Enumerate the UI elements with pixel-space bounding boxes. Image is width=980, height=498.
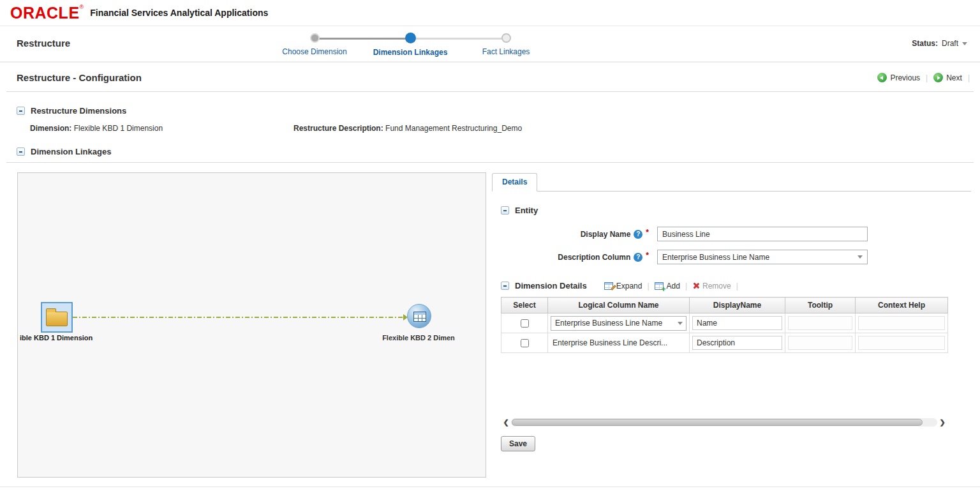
displayname-input[interactable]: Description xyxy=(692,336,782,350)
context-help-input[interactable] xyxy=(858,316,945,330)
tab-bar: Details xyxy=(492,172,971,192)
separator: | xyxy=(647,282,649,290)
displayname-cell: Description xyxy=(690,333,785,353)
separator: | xyxy=(926,73,928,82)
section-title: Dimension Linkages xyxy=(31,147,111,156)
help-icon[interactable]: ? xyxy=(634,253,642,262)
displayname-input[interactable]: Name xyxy=(692,316,782,330)
restructure-dimensions-header: Restructure Dimensions xyxy=(17,106,980,116)
chevron-down-icon xyxy=(962,42,967,45)
status-dropdown[interactable]: Status: Draft xyxy=(912,39,967,48)
dimension-details-header: Dimension Details Expand | + Add | Remov… xyxy=(501,281,954,290)
progress-stepper: Choose Dimension Dimension Linkages Fact… xyxy=(267,32,554,57)
logical-column-select[interactable]: Enterprise Business Line Name xyxy=(551,316,687,331)
separator: | xyxy=(736,282,738,290)
scrollbar-thumb[interactable] xyxy=(512,419,923,426)
oracle-logo: ORACLE® xyxy=(10,4,84,22)
dimension-linkages-header: Dimension Linkages xyxy=(17,147,980,156)
step-dot-completed-icon xyxy=(310,33,320,43)
select-cell xyxy=(501,333,548,353)
collapse-icon[interactable] xyxy=(501,206,509,215)
horizontal-scrollbar[interactable]: ❮ ❯ xyxy=(501,417,947,428)
displayname-cell: Name xyxy=(690,313,785,333)
collapse-icon[interactable] xyxy=(17,147,25,156)
dimension-value: Flexible KBD 1 Dimension xyxy=(74,124,163,133)
row-select-checkbox[interactable] xyxy=(521,319,529,328)
context-help-cell xyxy=(856,313,948,333)
column-header-tooltip: Tooltip xyxy=(785,298,856,313)
status-value: Draft xyxy=(942,39,958,48)
display-name-label-group: Display Name ? * xyxy=(501,230,649,239)
dimension-pair: Dimension: Flexible KBD 1 Dimension xyxy=(30,124,293,133)
context-help-cell xyxy=(856,333,948,353)
dropdown-arrow-icon xyxy=(678,322,683,325)
remove-button[interactable]: Remove xyxy=(692,282,731,290)
column-header-logical-column-name: Logical Column Name xyxy=(548,298,690,313)
workflow-bar: Restructure Choose Dimension Dimension L… xyxy=(0,26,980,63)
column-header-context-help: Context Help xyxy=(856,298,948,313)
tooltip-input[interactable] xyxy=(788,316,852,330)
column-header-select: Select xyxy=(501,298,548,313)
add-button[interactable]: + Add xyxy=(655,282,680,290)
help-icon[interactable]: ? xyxy=(634,230,642,239)
oracle-wordmark: ORACLE xyxy=(10,4,80,22)
description-column-selected-value: Enterprise Business Line Name xyxy=(662,253,769,262)
expand-label: Expand xyxy=(616,282,642,290)
next-label: Next xyxy=(946,73,962,82)
tooltip-cell xyxy=(785,333,856,353)
description-column-select[interactable]: Enterprise Business Line Name xyxy=(657,250,868,264)
entity-title: Entity xyxy=(515,206,538,215)
linkage-canvas[interactable]: ible KBD 1 Dimension Flexible KBD 2 Dime… xyxy=(17,172,486,478)
step-label: Choose Dimension xyxy=(282,47,346,56)
dimension-linkages-content: ible KBD 1 Dimension Flexible KBD 2 Dime… xyxy=(0,163,980,478)
context-help-input[interactable] xyxy=(858,336,945,350)
logical-column-selected-value: Enterprise Business Line Name xyxy=(555,319,662,328)
pencil-icon xyxy=(611,285,616,290)
details-panel: Details Entity Display Name ? * Descript… xyxy=(492,172,971,451)
page-title: Restructure xyxy=(17,38,70,49)
required-asterisk: * xyxy=(646,251,649,260)
tab-details[interactable]: Details xyxy=(492,173,537,192)
row-select-checkbox[interactable] xyxy=(521,339,529,347)
display-name-input[interactable] xyxy=(657,227,868,241)
display-name-row: Display Name ? * xyxy=(501,227,954,241)
expand-icon xyxy=(604,282,613,290)
step-dimension-linkages[interactable]: Dimension Linkages xyxy=(362,32,458,57)
next-button[interactable]: Next xyxy=(933,73,962,82)
scroll-right-button[interactable]: ❯ xyxy=(937,417,947,428)
step-dot-upcoming-icon xyxy=(501,33,511,43)
logical-column-value: Enterprise Business Line Descri... xyxy=(551,338,667,347)
config-bar: Restructure - Configuration Previous | N… xyxy=(0,63,980,91)
collapse-icon[interactable] xyxy=(501,282,509,290)
description-pair: Restructure Description: Fund Management… xyxy=(293,124,522,133)
source-node-label: ible KBD 1 Dimension xyxy=(20,334,109,342)
step-dot-active-icon xyxy=(405,33,416,43)
entity-header: Entity xyxy=(501,206,954,215)
add-icon: + xyxy=(655,282,664,290)
logical-column-cell: Enterprise Business Line Descri... xyxy=(548,333,690,353)
save-button[interactable]: Save xyxy=(501,436,535,451)
step-choose-dimension[interactable]: Choose Dimension xyxy=(267,32,362,57)
logical-column-cell: Enterprise Business Line Name xyxy=(548,313,690,333)
source-dimension-node[interactable] xyxy=(41,302,73,333)
step-fact-linkages[interactable]: Fact Linkages xyxy=(458,32,554,57)
collapse-icon[interactable] xyxy=(17,107,25,115)
expand-button[interactable]: Expand xyxy=(604,282,642,290)
scrollbar-track[interactable] xyxy=(511,418,937,426)
previous-button[interactable]: Previous xyxy=(877,73,920,82)
config-title: Restructure - Configuration xyxy=(17,72,142,83)
table-row: Enterprise Business Line Name Name xyxy=(501,313,948,333)
remove-icon xyxy=(692,282,699,289)
status-label: Status: xyxy=(912,39,938,48)
plus-icon: + xyxy=(662,285,666,294)
registered-mark: ® xyxy=(80,4,84,10)
section-title: Restructure Dimensions xyxy=(31,106,126,116)
previous-icon xyxy=(877,73,887,82)
target-node-label: Flexible KBD 2 Dimen xyxy=(361,334,476,342)
scroll-left-button[interactable]: ❮ xyxy=(501,417,511,428)
target-dimension-node[interactable] xyxy=(407,304,431,328)
tooltip-input[interactable] xyxy=(788,336,852,350)
restructure-description-value: Fund Management Restructuring_Demo xyxy=(385,124,522,133)
description-column-label: Description Column xyxy=(558,253,630,262)
column-header-displayname: DisplayName xyxy=(690,298,785,313)
